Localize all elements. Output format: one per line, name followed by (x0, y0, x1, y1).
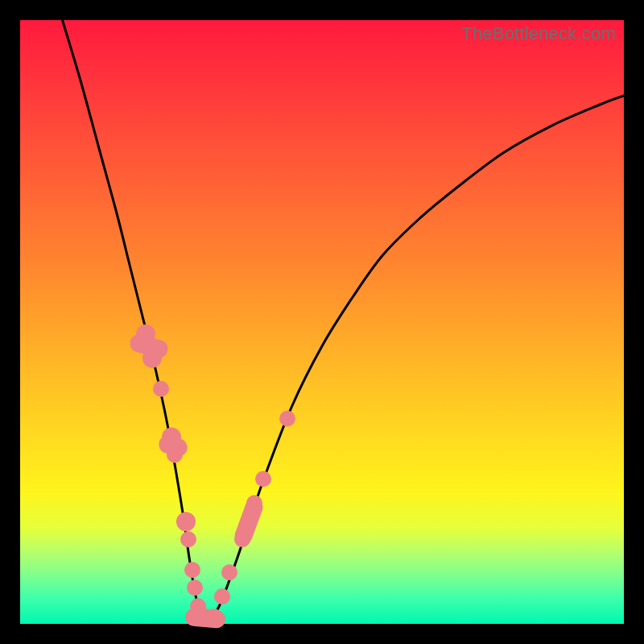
marker-pill (184, 607, 226, 628)
bottleneck-curve-path (63, 20, 625, 622)
marker-dot (187, 580, 203, 596)
marker-dot (153, 381, 169, 397)
marker-dot (180, 531, 196, 547)
marker-dot (184, 562, 200, 578)
watermark-text: TheBottleneck.com (461, 23, 616, 44)
curve-svg (20, 20, 624, 624)
chart-area: TheBottleneck.com (20, 20, 624, 624)
marker-dot (176, 512, 196, 531)
marker-dot (255, 471, 271, 487)
